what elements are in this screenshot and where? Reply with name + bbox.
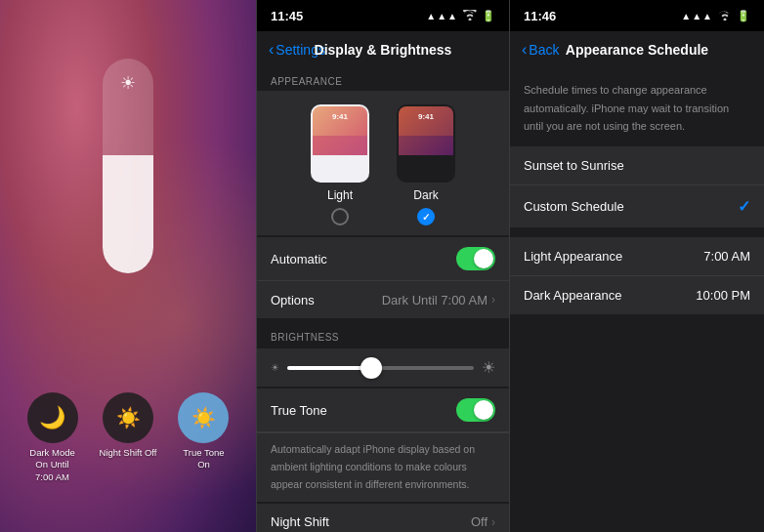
light-mode-preview: 9:41 (311, 104, 369, 183)
night-shift-icon-circle: ☀️ (103, 392, 153, 443)
dark-mode-radio[interactable] (417, 208, 435, 225)
page-title-3: Appearance Schedule (566, 42, 708, 58)
brightness-fill (287, 366, 371, 370)
status-time-2: 11:45 (271, 9, 303, 23)
light-appearance-row[interactable]: Light Appearance 7:00 AM (510, 237, 764, 276)
statusbar-3: 11:46 ▲▲▲ 🔋 (510, 0, 764, 31)
back-button-3[interactable]: ‹ Back (522, 41, 559, 59)
control-center-panel: ☀ 🌙 Dark ModeOn Until7:00 AM ☀️ Night Sh… (0, 0, 256, 532)
nav-header-2: ‹ Settings Display & Brightness (257, 31, 509, 68)
light-mode-label: Light (327, 188, 353, 202)
dark-screen-wallpaper-mid (399, 136, 453, 155)
night-shift-value-text: Off (471, 514, 488, 529)
brightness-slider[interactable]: ☀ (103, 59, 153, 273)
true-tone-desc-text: Automatically adapt iPhone display based… (271, 443, 475, 490)
light-mode-radio[interactable] (331, 208, 349, 225)
brightness-thumb[interactable] (361, 357, 382, 379)
nav-header-3: ‹ Back Appearance Schedule (510, 31, 764, 68)
back-label-3: Back (529, 42, 559, 58)
brightness-min-icon: ☀ (271, 362, 279, 373)
page-title-2: Display & Brightness (315, 42, 452, 58)
status-icons-3: ▲▲▲ 🔋 (681, 10, 750, 22)
appearance-section-label: APPEARANCE (257, 68, 509, 91)
true-tone-description: Automatically adapt iPhone display based… (257, 432, 509, 502)
options-value: Dark Until 7:00 AM › (382, 293, 495, 307)
dark-mode-preview: 9:41 (397, 104, 455, 183)
dark-mode-label: Dark (413, 188, 438, 202)
brightness-slider-row: ☀ ☀ (271, 358, 495, 377)
light-preview-time: 9:41 (332, 112, 348, 121)
brightness-sun-icon: ☀ (117, 72, 139, 94)
brightness-max-icon: ☀ (482, 358, 495, 377)
schedule-options: Sunset to Sunrise Custom Schedule ✓ (510, 146, 764, 227)
signal-icon: ▲▲▲ (426, 11, 458, 21)
statusbar-2: 11:45 ▲▲▲ 🔋 (257, 0, 509, 31)
dark-appearance-label: Dark Appearance (524, 288, 621, 303)
wifi-icon-3 (718, 10, 732, 22)
appearance-schedule-panel: 11:46 ▲▲▲ 🔋 ‹ Back Appearance Schedule S… (510, 0, 764, 532)
mode-options-container: 9:41 Light 9:41 (271, 104, 495, 225)
true-tone-row[interactable]: True Tone (257, 389, 509, 432)
true-tone-label: True Tone (271, 403, 327, 418)
display-brightness-panel: 11:45 ▲▲▲ 🔋 ‹ Settings Display & Brightn… (256, 0, 510, 532)
night-shift-value: Off › (471, 514, 495, 529)
schedule-description: Schedule times to change appearance auto… (510, 68, 764, 144)
night-shift-label: Night Shift Off (100, 447, 157, 459)
dark-screen: 9:41 (399, 106, 453, 181)
brightness-slider-section: ☀ ☀ (257, 348, 509, 387)
true-tone-icon-circle: ☀️ (178, 392, 229, 443)
checkmark-icon: ✓ (738, 197, 750, 216)
status-time-3: 11:46 (524, 9, 556, 23)
dark-mode-option[interactable]: 9:41 Dark (397, 104, 455, 225)
dark-appearance-time: 10:00 PM (696, 288, 750, 303)
light-screen-wallpaper-top: 9:41 (313, 106, 367, 136)
custom-schedule-row[interactable]: Custom Schedule ✓ (510, 185, 764, 227)
battery-icon: 🔋 (482, 10, 495, 22)
automatic-toggle[interactable] (456, 247, 495, 270)
dark-appearance-row[interactable]: Dark Appearance 10:00 PM (510, 276, 764, 314)
options-value-text: Dark Until 7:00 AM (382, 293, 488, 307)
night-shift-row-label: Night Shift (271, 514, 329, 529)
appearance-selector: 9:41 Light 9:41 (257, 91, 509, 235)
dark-mode-label: Dark ModeOn Until7:00 AM (29, 447, 74, 483)
light-mode-option[interactable]: 9:41 Light (311, 104, 369, 225)
dark-preview-time: 9:41 (418, 112, 434, 121)
dark-mode-button[interactable]: 🌙 Dark ModeOn Until7:00 AM (27, 392, 78, 483)
back-chevron-icon-3: ‹ (522, 41, 527, 59)
signal-icon-3: ▲▲▲ (681, 11, 713, 21)
automatic-row[interactable]: Automatic (257, 237, 509, 281)
light-appearance-time: 7:00 AM (703, 249, 750, 264)
sunset-sunrise-row[interactable]: Sunset to Sunrise (510, 146, 764, 185)
schedule-desc-text: Schedule times to change appearance auto… (524, 84, 729, 132)
night-shift-row[interactable]: Night Shift Off › (257, 504, 509, 532)
dark-screen-wallpaper-top: 9:41 (399, 106, 453, 136)
brightness-fill (103, 155, 153, 273)
light-screen-wallpaper-mid (313, 136, 367, 155)
brightness-track[interactable] (287, 366, 474, 370)
time-rows-container: Light Appearance 7:00 AM Dark Appearance… (510, 237, 764, 314)
wifi-icon (463, 10, 477, 22)
automatic-label: Automatic (271, 252, 327, 266)
status-icons-2: ▲▲▲ 🔋 (426, 10, 495, 22)
dark-mode-icon-circle: 🌙 (27, 392, 78, 443)
true-tone-cc-label: True ToneOn (183, 447, 224, 471)
custom-label: Custom Schedule (524, 199, 624, 214)
night-shift-chevron-icon: › (491, 515, 495, 529)
brightness-section-label: BRIGHTNESS (257, 324, 509, 347)
light-screen: 9:41 (313, 106, 367, 181)
back-chevron-icon: ‹ (269, 41, 274, 59)
light-appearance-label: Light Appearance (524, 249, 622, 264)
true-tone-toggle[interactable] (456, 398, 495, 422)
options-chevron-icon: › (491, 293, 495, 307)
sunset-label: Sunset to Sunrise (524, 158, 624, 173)
night-shift-button[interactable]: ☀️ Night Shift Off (100, 392, 157, 483)
options-row[interactable]: Options Dark Until 7:00 AM › (257, 281, 509, 318)
battery-icon-3: 🔋 (737, 10, 750, 22)
cc-bottom-icons: 🌙 Dark ModeOn Until7:00 AM ☀️ Night Shif… (0, 392, 256, 483)
options-label: Options (271, 293, 315, 307)
true-tone-button[interactable]: ☀️ True ToneOn (178, 392, 229, 483)
